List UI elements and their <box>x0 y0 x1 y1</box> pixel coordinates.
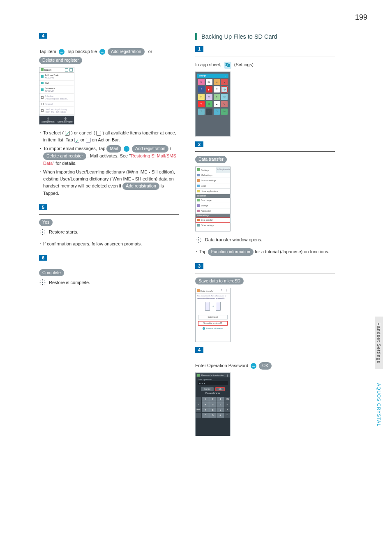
note-item: To select ( ) or cancel ( ) all availabl… <box>39 130 179 143</box>
step-6-result: Restore is complete. <box>39 279 179 286</box>
arrow-icon <box>251 363 256 369</box>
unchecked-icon <box>96 131 101 136</box>
result-text: Restore starts. <box>49 229 78 234</box>
heading-accent <box>195 33 197 40</box>
rule <box>195 273 335 273</box>
left-column: 4 Tap item Tap backup file Add registrat… <box>39 33 187 441</box>
step-4r-badge: 4 <box>195 347 203 353</box>
step-2-result: Data transfer window opens. <box>195 236 335 243</box>
heading-text: Backing Up Files to SD Card <box>201 33 277 40</box>
text: or <box>148 49 152 54</box>
data-transfer-pill: Data transfer <box>195 156 227 163</box>
add-registration-pill: Add registration <box>122 183 159 190</box>
note-item: Tap Function information for a tutorial … <box>195 248 335 256</box>
step-1-badge: 1 <box>195 46 203 52</box>
result-text: Data transfer window opens. <box>205 237 262 242</box>
rule <box>39 214 179 215</box>
settings-list-screenshot: SettingsTo Simple mode Mail settings Bro… <box>195 166 231 231</box>
side-tabs: Handset Settings AQUOS CRYSTAL <box>375 317 383 432</box>
step-5-result: Restore starts. <box>39 229 179 236</box>
arrow-icon <box>59 49 65 55</box>
data-transfer-screenshot: Data transfer? ⋮ Can transfer data from … <box>195 288 231 342</box>
note-item: When importing User/Learning dictionary … <box>39 169 179 197</box>
step-1-instruction: In app sheet, (Settings) <box>195 60 335 69</box>
password-screenshot: Password authentication⋮ Enter a passwor… <box>195 372 231 436</box>
mail-pill: Mail <box>106 145 121 153</box>
step-4-notes: To select ( ) or cancel ( ) all availabl… <box>39 130 179 197</box>
add-registration-pill: Add registration <box>108 48 145 56</box>
settings-icon <box>224 62 231 69</box>
step-3-badge: 3 <box>195 263 203 269</box>
step-6-badge: 6 <box>39 255 47 261</box>
burst-icon <box>39 279 46 286</box>
rule <box>39 43 179 43</box>
function-information-pill: Function information <box>208 248 254 256</box>
result-text: Restore is complete. <box>49 280 90 285</box>
check-icon <box>65 131 70 136</box>
right-column: Backing Up Files to SD Card 1 In app she… <box>187 33 335 441</box>
add-registration-pill: Add registration <box>132 145 169 153</box>
rule <box>195 357 335 357</box>
side-tab-brand: AQUOS CRYSTAL <box>375 377 383 432</box>
rule <box>39 265 179 265</box>
note-item: If confirmation appears, follow onscreen… <box>39 240 179 247</box>
step-4-instruction: Tap item Tap backup file Add registratio… <box>39 47 179 65</box>
burst-icon <box>39 229 46 236</box>
ok-pill: OK <box>259 362 272 370</box>
delete-and-register-pill: Delete and register <box>39 57 82 64</box>
uncheck-action-icon <box>86 138 91 143</box>
svg-point-2 <box>198 239 199 240</box>
arrow-icon <box>99 49 105 55</box>
step-4-badge: 4 <box>39 33 47 39</box>
svg-point-0 <box>42 231 43 232</box>
svg-point-1 <box>42 282 43 283</box>
complete-pill: Complete <box>39 269 64 277</box>
text: Tap item <box>39 49 56 54</box>
yes-pill: Yes <box>39 219 53 226</box>
side-tab-handset-settings[interactable]: Handset Settings <box>375 317 383 369</box>
rule <box>195 151 335 152</box>
note-item: To import email messages, Tap Mail Add r… <box>39 145 179 167</box>
app-sheet-screenshot: Settings⋮ S31G▸ f▶C⚙ PAeM YG▶V TCGM <box>195 72 231 136</box>
page-number: 199 <box>355 13 367 22</box>
check-action-icon <box>74 138 79 143</box>
step-4r-instruction: Enter Operation Password OK <box>195 361 335 370</box>
import-screenshot: Import Address BookXXT_T.vcf Mail Bookma… <box>39 67 74 125</box>
step-2-badge: 2 <box>195 141 203 147</box>
burst-icon <box>195 236 202 243</box>
save-to-microsd-pill: Save data to microSD <box>195 278 244 285</box>
arrow-icon <box>124 146 129 152</box>
section-heading: Backing Up Files to SD Card <box>195 33 335 40</box>
step-5-badge: 5 <box>39 204 47 210</box>
rule <box>195 56 335 56</box>
delete-and-register-pill: Delete and register <box>43 153 86 160</box>
text: Tap backup file <box>67 49 97 54</box>
